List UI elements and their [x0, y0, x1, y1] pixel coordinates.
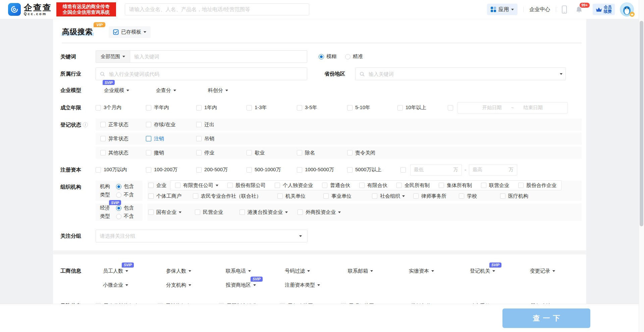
- capital-option[interactable]: 500-1000万: [247, 167, 297, 173]
- capital-min-input[interactable]: 最低 万: [410, 164, 462, 176]
- enterprise-center-link[interactable]: 企业中心: [529, 6, 550, 13]
- org-option[interactable]: 有限责任公司: [175, 182, 218, 189]
- founded-option[interactable]: 1-3年: [247, 104, 297, 111]
- fuzzy-radio[interactable]: 模糊: [319, 53, 336, 60]
- exact-radio[interactable]: 精准: [345, 53, 363, 60]
- capital-option[interactable]: 100万以内: [96, 167, 146, 173]
- status-option[interactable]: 迁出: [196, 122, 247, 128]
- org-option[interactable]: 个人独资企业: [275, 182, 313, 189]
- capital-max-input[interactable]: 最高 万: [469, 164, 517, 176]
- org-options-cell: 企业 有限责任公司 股份有限公司 个人独资企业 普通合伙 有限合伙 全民所有制 …: [147, 181, 582, 201]
- org-option[interactable]: 普通合伙: [322, 182, 350, 189]
- dropdown-trigger[interactable]: 员工人数: [103, 268, 128, 274]
- capital-options: 100万以内 100-200万 200-500万 500-1000万 1000-…: [96, 163, 517, 176]
- status-option[interactable]: 歇业: [247, 150, 297, 156]
- status-option[interactable]: 撤销: [146, 150, 196, 156]
- follow-group-select[interactable]: 请选择关注分组: [96, 230, 308, 242]
- logo[interactable]: 企查查 Qcc.com: [8, 3, 52, 16]
- dropdown-trigger[interactable]: 联系邮箱: [348, 268, 373, 274]
- industry-input[interactable]: [105, 71, 307, 77]
- status-option[interactable]: 异常状态: [100, 136, 146, 142]
- global-search: [125, 3, 309, 15]
- header-divider: [556, 7, 556, 12]
- option-label: 异常状态: [108, 136, 128, 142]
- option-label: 5000万以上: [355, 167, 381, 173]
- org-option[interactable]: 医疗机构: [500, 193, 528, 199]
- org-option[interactable]: 有限合伙: [359, 182, 387, 189]
- status-option[interactable]: 其他状态: [100, 150, 146, 156]
- dropdown-trigger[interactable]: 注册资本类型: [285, 282, 320, 288]
- capital-option[interactable]: 5000万以上: [347, 167, 397, 173]
- org-option[interactable]: 学校: [459, 193, 500, 199]
- scrollbar-thumb[interactable]: [640, 21, 643, 226]
- org-option[interactable]: 联营企业: [481, 182, 509, 189]
- founded-option[interactable]: 3个月内: [96, 104, 146, 111]
- dropdown-tech-score[interactable]: 科创分: [208, 87, 260, 94]
- org-option[interactable]: 农民专业合作社（联合社）: [193, 193, 277, 199]
- user-avatar[interactable]: [620, 2, 634, 16]
- dropdown-trigger[interactable]: 分支机构: [166, 282, 191, 288]
- option-label: 5-10年: [355, 104, 370, 111]
- org-option[interactable]: 事业单位: [323, 193, 372, 199]
- org-option[interactable]: 个体工商户: [148, 193, 193, 199]
- founded-option[interactable]: 半年内: [146, 104, 196, 111]
- keyword-input[interactable]: [130, 54, 307, 59]
- status-option[interactable]: 吊销: [196, 136, 247, 142]
- capital-option[interactable]: 200-500万: [196, 167, 247, 173]
- org-option[interactable]: 社会组织: [372, 193, 413, 199]
- org-option[interactable]: 律师事务所: [413, 193, 459, 199]
- econ-option[interactable]: 民营企业: [195, 209, 239, 216]
- custom-date-checkbox[interactable]: [448, 105, 453, 110]
- founded-option[interactable]: 3-5年: [297, 104, 347, 111]
- dropdown-trigger[interactable]: 参保人数: [166, 268, 191, 274]
- custom-capital-checkbox[interactable]: [400, 167, 406, 173]
- capital-option[interactable]: 100-200万: [146, 167, 196, 173]
- exclude-radio[interactable]: 不含: [116, 192, 143, 198]
- dropdown-trigger[interactable]: 登记机关: [470, 268, 495, 274]
- region-input[interactable]: [365, 71, 560, 77]
- keyword-scope-select[interactable]: 全部范围: [96, 51, 130, 62]
- org-option[interactable]: 机关单位: [277, 193, 323, 199]
- scrollbar[interactable]: [639, 0, 644, 332]
- status-option[interactable]: 存续/在业: [146, 122, 196, 128]
- dropdown-trigger[interactable]: 联系电话: [226, 268, 251, 274]
- founded-option[interactable]: 5-10年: [347, 104, 397, 111]
- dropdown-trigger[interactable]: 小微企业: [103, 282, 128, 288]
- org-option[interactable]: 企业: [148, 182, 170, 189]
- global-search-input[interactable]: [129, 6, 305, 12]
- status-option[interactable]: 正常状态: [100, 122, 146, 128]
- status-option-highlighted[interactable]: 注销: [146, 136, 196, 142]
- date-range-picker[interactable]: 开始日期 ~ 结束日期: [458, 102, 568, 113]
- dropdown-trigger[interactable]: 投资商地区: [226, 282, 256, 288]
- apps-button[interactable]: 应用: [487, 4, 518, 15]
- mobile-app-button[interactable]: [562, 5, 567, 14]
- econ-option[interactable]: 国有企业: [148, 209, 195, 216]
- status-option[interactable]: 责令关闭: [347, 150, 375, 156]
- dropdown-trigger[interactable]: 号码过滤: [285, 268, 310, 274]
- org-option[interactable]: 全民所有制: [396, 182, 430, 189]
- region-select[interactable]: [355, 67, 566, 80]
- founded-option[interactable]: 10年以上: [397, 104, 448, 111]
- saved-templates-button[interactable]: 已存模板: [109, 26, 151, 38]
- founded-option[interactable]: 1年内: [196, 104, 247, 111]
- include-radio[interactable]: 包含: [116, 205, 143, 211]
- org-option[interactable]: 股份合作企业: [518, 182, 556, 189]
- dropdown-trigger[interactable]: 变更记录: [530, 268, 555, 274]
- search-submit-button[interactable]: 查一下: [502, 309, 590, 328]
- dropdown-qcc-score[interactable]: 企查分: [156, 87, 208, 94]
- chevron-down-icon: [560, 73, 562, 75]
- info-icon[interactable]: i: [83, 122, 88, 127]
- vip-renew-button[interactable]: 会员 续费: [593, 4, 615, 15]
- capital-option[interactable]: 1000-5000万: [297, 167, 347, 173]
- dropdown-trigger[interactable]: 实缴资本: [409, 268, 434, 274]
- status-option[interactable]: 停业: [196, 150, 247, 156]
- status-option[interactable]: 除名: [297, 150, 347, 156]
- org-option[interactable]: 集体所有制: [439, 182, 472, 189]
- econ-option[interactable]: 外商投资企业: [298, 209, 341, 216]
- econ-option[interactable]: 港澳台投资企业: [239, 209, 298, 216]
- dropdown-company-scale[interactable]: 企业规模: [104, 87, 156, 94]
- include-radio[interactable]: 包含: [116, 183, 143, 190]
- org-option[interactable]: 股份有限公司: [227, 182, 266, 189]
- exclude-radio[interactable]: 不含: [116, 213, 143, 220]
- notifications-button[interactable]: 99+: [576, 6, 583, 13]
